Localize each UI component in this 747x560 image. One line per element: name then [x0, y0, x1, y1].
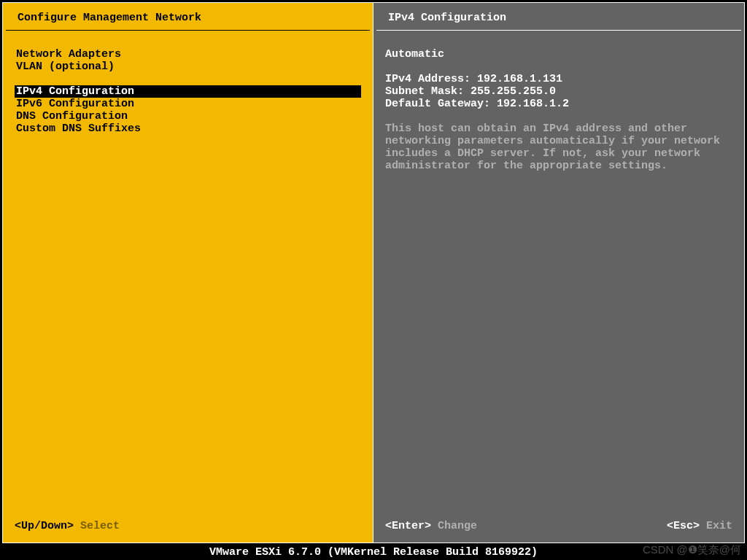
info-container: Automatic IPv4 Address: 192.168.1.131Sub…	[374, 31, 744, 513]
bottom-status-bar: VMware ESXi 6.7.0 (VMKernel Release Buil…	[0, 545, 747, 560]
esc-key-hint: <Esc>	[667, 520, 700, 532]
right-panel: IPv4 Configuration Automatic IPv4 Addres…	[374, 2, 745, 543]
ipv4-details: IPv4 Address: 192.168.1.131Subnet Mask: …	[385, 73, 732, 110]
menu-list[interactable]: Network AdaptersVLAN (optional)IPv4 Conf…	[15, 48, 361, 135]
ipv4-mode: Automatic	[385, 48, 732, 61]
updown-key-hint: <Up/Down>	[15, 520, 74, 532]
left-footer: <Up/Down> Select	[3, 513, 373, 542]
updown-action-hint: Select	[80, 520, 120, 532]
menu-item[interactable]: DNS Configuration	[15, 110, 361, 122]
menu-item[interactable]: Network Adapters	[15, 48, 361, 61]
left-panel-title: Configure Management Network	[6, 3, 370, 31]
menu-list-container: Network AdaptersVLAN (optional)IPv4 Conf…	[3, 31, 373, 513]
menu-item[interactable]: IPv6 Configuration	[15, 98, 361, 110]
enter-key-hint: <Enter>	[385, 520, 431, 532]
detail-line: IPv4 Address: 192.168.1.131	[385, 73, 732, 85]
detail-line: Default Gateway: 192.168.1.2	[385, 98, 732, 110]
menu-item[interactable]: IPv4 Configuration	[15, 85, 361, 98]
detail-line: Subnet Mask: 255.255.255.0	[385, 85, 732, 98]
menu-item[interactable]: Custom DNS Suffixes	[15, 122, 361, 135]
menu-item[interactable]: VLAN (optional)	[15, 61, 361, 73]
help-text: This host can obtain an IPv4 address and…	[385, 122, 732, 172]
right-panel-title: IPv4 Configuration	[376, 3, 741, 31]
esc-action-hint: Exit	[706, 520, 732, 532]
menu-gap	[15, 73, 361, 85]
left-panel: Configure Management Network Network Ada…	[2, 2, 374, 543]
enter-action-hint: Change	[438, 520, 477, 532]
right-footer: <Enter> Change <Esc> Exit	[374, 513, 744, 542]
